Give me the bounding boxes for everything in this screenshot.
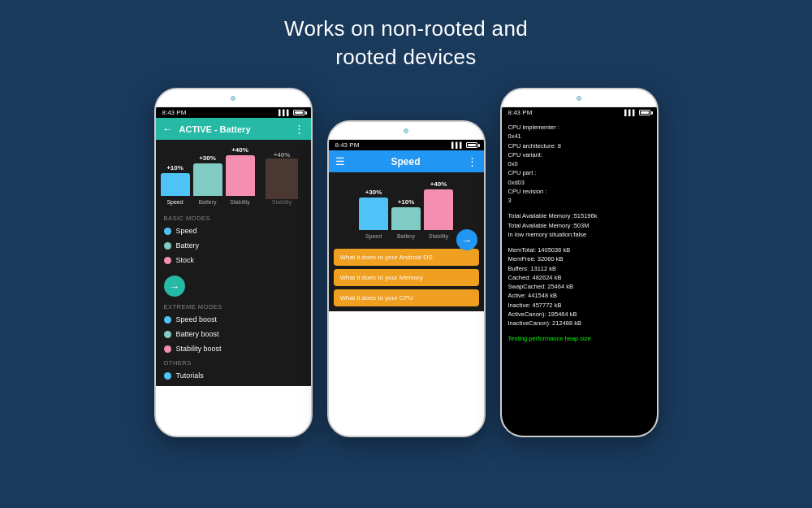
time-right: 8:43 PM xyxy=(508,109,533,116)
dot-stock xyxy=(164,257,171,264)
phone-right: 8:43 PM ▐▐▐ CPU implementer : 0x41 CPU a… xyxy=(500,88,659,437)
mode-speed-bar xyxy=(161,173,190,196)
hamburger-icon-center[interactable]: ☰ xyxy=(335,155,345,167)
right-cpu-revision-val: 3 xyxy=(508,196,650,205)
battery-center xyxy=(466,142,477,148)
mode-speed-label: Speed xyxy=(166,199,183,205)
section-basic-modes: BASIC MODES xyxy=(156,211,311,224)
right-memtotal: MemTotal: 1405036 kB xyxy=(508,245,650,254)
partial-right-mode: +40% Stability xyxy=(258,150,306,205)
center-mode-stability-bar xyxy=(424,189,453,230)
list-item-stability-boost[interactable]: Stability boost xyxy=(156,341,311,356)
center-mode-battery-bar xyxy=(391,207,421,230)
label-stock: Stock xyxy=(176,256,195,264)
hero-line1: Works on non-rooted and xyxy=(0,15,812,43)
phones-container: 8:43 PM ▐▐▐ ← ACTIVE - Battery ⋮ +10% Sp… xyxy=(0,72,812,437)
signal-center: ▐▐▐ xyxy=(450,142,462,148)
center-mode-speed[interactable]: +30% Speed xyxy=(359,189,388,239)
list-item-stock[interactable]: Stock xyxy=(156,253,311,267)
phone-center: 8:43 PM ▐▐▐ ☰ Speed ⋮ +30% Speed +10% Ba… xyxy=(327,120,486,437)
list-item-battery-boost[interactable]: Battery boost xyxy=(156,327,311,341)
mode-battery-bar xyxy=(193,163,222,196)
spacer3 xyxy=(508,328,650,334)
center-mode-stability[interactable]: +40% Stability xyxy=(424,180,453,239)
right-cpu-arch: CPU architecture: 8 xyxy=(508,141,650,150)
right-inactive: Inactive: 457772 kB xyxy=(508,301,650,310)
phone-top-left xyxy=(156,89,311,107)
arrow-btn-center[interactable]: → xyxy=(456,229,477,250)
right-buffers: Buffers: 13112 kB xyxy=(508,264,650,273)
list-item-tutorials[interactable]: Tutorials xyxy=(156,368,311,383)
arrow-btn-area: → xyxy=(156,267,311,300)
left-app-bar: ← ACTIVE - Battery ⋮ xyxy=(156,118,311,140)
center-mode-battery-percent: +10% xyxy=(398,198,415,206)
phone-speaker-center xyxy=(404,128,408,133)
phone-top-right xyxy=(502,89,657,107)
center-content-area: → What it does to your Android OS What i… xyxy=(329,244,484,311)
mode-stability[interactable]: +40% Stability xyxy=(226,146,255,205)
dot-speed-boost xyxy=(164,316,171,323)
right-cpu-part-label: CPU part : xyxy=(508,168,650,177)
card-android-os[interactable]: What it does to your Android OS xyxy=(334,249,479,266)
right-cpu-impl-val: 0x41 xyxy=(508,132,650,141)
mode-speed-percent: +10% xyxy=(166,164,184,172)
phone-top-center xyxy=(329,122,484,140)
label-battery: Battery xyxy=(176,241,200,250)
mode-stability-label: Stability xyxy=(230,199,250,205)
mode-battery[interactable]: +30% Battery xyxy=(193,154,222,205)
center-mode-speed-percent: +30% xyxy=(365,189,382,196)
phone-left: 8:43 PM ▐▐▐ ← ACTIVE - Battery ⋮ +10% Sp… xyxy=(154,88,313,437)
right-active: Active: 441548 kB xyxy=(508,291,650,300)
mode-stability-bar xyxy=(226,155,255,196)
right-cached: Cached: 482624 kB xyxy=(508,273,650,282)
dot-battery-boost xyxy=(164,331,171,338)
arrow-btn-left[interactable]: → xyxy=(164,276,185,297)
list-item-battery[interactable]: Battery xyxy=(156,238,311,253)
right-swapcached: SwapCached: 25464 kB xyxy=(508,282,650,291)
label-speed-boost: Speed boost xyxy=(176,315,218,323)
right-mem-low: In low memory situation:false xyxy=(508,230,650,239)
right-memfree: MemFree: 32060 kB xyxy=(508,254,650,263)
signal-left: ▐▐▐ xyxy=(277,110,289,115)
center-mode-speed-label: Speed xyxy=(365,233,382,239)
status-bar-left: 8:43 PM ▐▐▐ xyxy=(156,107,311,118)
menu-icon-left[interactable]: ⋮ xyxy=(294,123,304,135)
mode-battery-label: Battery xyxy=(198,199,216,205)
section-extreme-modes: EXTREME MODES xyxy=(156,300,311,312)
center-mode-stability-percent: +40% xyxy=(430,180,447,188)
spacer2 xyxy=(508,239,650,245)
back-icon-left[interactable]: ← xyxy=(162,123,173,135)
card-cpu[interactable]: What it does to your CPU xyxy=(334,289,479,306)
partial-percent: +40% xyxy=(274,151,291,158)
right-activecanon: ActiveCanon): 195464 kB xyxy=(508,310,650,319)
label-tutorials: Tutorials xyxy=(176,371,204,380)
center-mode-battery-label: Battery xyxy=(397,233,415,239)
partial-label: Stability xyxy=(272,199,292,205)
right-mem-total-avail: Total Available Memory :515196k xyxy=(508,211,650,220)
mode-stability-percent: +40% xyxy=(231,146,248,154)
right-cpu-variant-label: CPU variant: xyxy=(508,150,650,159)
signal-right: ▐▐▐ xyxy=(623,110,635,115)
right-inactivecanon: InactiveCanon): 212488 kB xyxy=(508,319,650,328)
label-battery-boost: Battery boost xyxy=(176,330,219,338)
label-speed: Speed xyxy=(176,227,197,235)
mode-speed[interactable]: +10% Speed xyxy=(161,164,190,205)
hero-title: Works on non-rooted and rooted devices xyxy=(0,0,812,72)
left-app-title: ACTIVE - Battery xyxy=(179,124,287,134)
center-mode-speed-bar xyxy=(359,198,388,230)
list-item-speed-boost[interactable]: Speed boost xyxy=(156,312,311,327)
center-app-bar: ☰ Speed ⋮ xyxy=(329,150,484,172)
battery-left xyxy=(293,110,304,115)
right-cpu-part-val: 0xd03 xyxy=(508,178,650,187)
dot-stability-boost xyxy=(164,345,171,353)
dot-speed xyxy=(164,228,171,235)
more-icon-center[interactable]: ⋮ xyxy=(467,155,477,167)
list-item-speed[interactable]: Speed xyxy=(156,224,311,238)
right-testing: Testing performance heap size xyxy=(508,334,650,343)
card-memory[interactable]: What it does to your Memory xyxy=(334,269,479,286)
status-bar-center: 8:43 PM ▐▐▐ xyxy=(329,140,484,150)
right-content: CPU implementer : 0x41 CPU architecture:… xyxy=(502,118,657,436)
dot-battery xyxy=(164,242,171,250)
center-mode-battery[interactable]: +10% Battery xyxy=(391,198,421,239)
partial-bar xyxy=(266,158,298,199)
